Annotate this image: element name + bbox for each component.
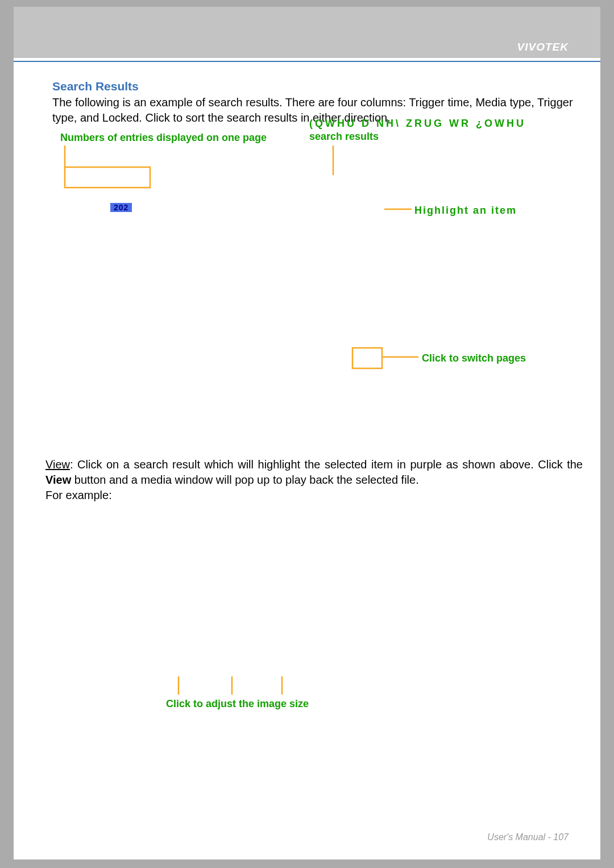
view-lead-underline: View xyxy=(45,458,70,471)
divider-rule xyxy=(14,61,600,62)
callout-enter-keyword: (QWHU D NH\ ZRUG WR ¿OWHU xyxy=(309,118,526,130)
svg-rect-4 xyxy=(352,348,382,368)
view-paragraph: View: Click on a search result which wil… xyxy=(45,457,583,503)
section-title: Search Results xyxy=(52,80,139,93)
brand-text: VIVOTEK xyxy=(517,41,569,53)
callout-highlight-item: Highlight an item xyxy=(414,203,517,217)
highlight-number-chip: 202 xyxy=(110,203,132,212)
view-line-3: For example: xyxy=(45,489,112,501)
svg-rect-1 xyxy=(65,167,150,188)
footer-text: User's Manual - 107 xyxy=(487,832,569,842)
callout-adjust-image-size: Click to adjust the image size xyxy=(166,698,309,710)
document-page: VIVOTEK Search Results The following is … xyxy=(14,7,600,859)
callout-switch-pages: Click to switch pages xyxy=(422,351,526,365)
view-rest-2: button and a media window will pop up to… xyxy=(71,474,418,486)
callout-search-results: search results xyxy=(309,131,379,143)
view-bold-1: View xyxy=(45,474,71,486)
callout-entries-per-page: Numbers of entries displayed on one page xyxy=(60,132,267,144)
view-rest-1: : Click on a search result which will hi… xyxy=(70,458,583,471)
header-band xyxy=(14,7,600,58)
